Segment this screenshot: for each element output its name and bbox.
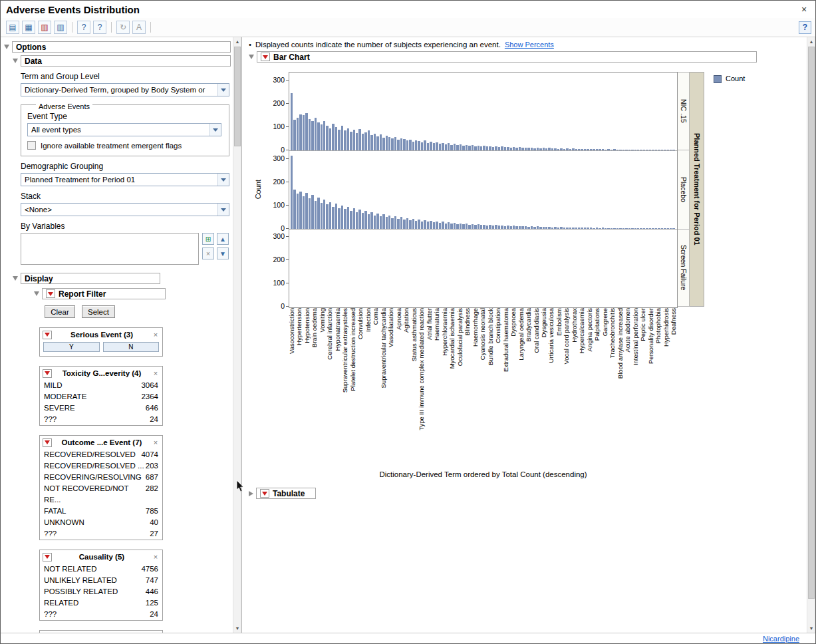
bar[interactable] [572, 148, 574, 150]
bar[interactable] [655, 228, 657, 229]
bar[interactable] [519, 147, 521, 150]
bar[interactable] [616, 150, 618, 150]
bar[interactable] [424, 140, 426, 150]
bar[interactable] [667, 228, 669, 229]
bar[interactable] [611, 150, 612, 150]
bar[interactable] [622, 228, 624, 229]
filter-item-row[interactable]: RELATED125 [40, 597, 162, 609]
data-header[interactable]: Data [21, 55, 231, 67]
display-header[interactable]: Display [21, 273, 160, 284]
stack-select[interactable]: <None> [21, 203, 229, 216]
bar[interactable] [643, 228, 645, 229]
data-table-icon[interactable]: ▥ [38, 21, 51, 34]
red-triangle-menu-icon[interactable] [260, 489, 269, 498]
plot-area[interactable] [289, 72, 678, 308]
bar[interactable] [386, 136, 388, 150]
bar[interactable] [489, 225, 491, 229]
remove-by-variable-button[interactable]: × [202, 247, 214, 259]
filter-item-row[interactable]: ???27 [40, 528, 162, 540]
bar[interactable] [303, 196, 305, 229]
bar[interactable] [309, 198, 311, 229]
bar[interactable] [297, 194, 299, 229]
bar[interactable] [448, 143, 450, 150]
scroll-down-icon[interactable]: ▼ [807, 624, 815, 633]
term-group-select[interactable]: Dictionary-Derived Term, grouped by Body… [21, 83, 229, 96]
bar[interactable] [619, 150, 621, 150]
bar[interactable] [305, 113, 307, 150]
bar[interactable] [628, 228, 630, 229]
bar[interactable] [344, 130, 346, 150]
bar[interactable] [560, 148, 562, 150]
scroll-up-icon[interactable]: ▲ [233, 37, 241, 46]
bar[interactable] [412, 142, 414, 150]
bar[interactable] [430, 142, 432, 150]
add-by-variable-button[interactable]: ⊞ [202, 233, 214, 245]
bar[interactable] [539, 227, 541, 229]
bar[interactable] [622, 150, 624, 150]
bar[interactable] [472, 224, 474, 229]
bar[interactable] [394, 216, 396, 229]
bar[interactable] [605, 228, 607, 229]
bar-chart-header[interactable]: Bar Chart [257, 51, 757, 63]
bar[interactable] [569, 149, 571, 150]
bar[interactable] [341, 126, 343, 150]
refresh-icon[interactable]: ↻ [116, 21, 130, 34]
chart-panel[interactable] [289, 151, 677, 230]
bar[interactable] [483, 146, 485, 150]
bar[interactable] [456, 145, 458, 150]
journal-icon[interactable]: ▦ [22, 21, 35, 34]
bar[interactable] [456, 224, 458, 229]
red-triangle-menu-icon[interactable] [261, 53, 270, 61]
bar[interactable] [521, 226, 523, 229]
bar[interactable] [625, 228, 627, 229]
text-annotate-icon[interactable]: A [132, 21, 146, 34]
move-up-button[interactable]: ▲ [217, 233, 229, 245]
bar[interactable] [368, 130, 370, 150]
bar[interactable] [350, 132, 352, 150]
bar[interactable] [370, 212, 372, 229]
by-variables-list[interactable] [21, 233, 199, 265]
bar[interactable] [382, 214, 384, 229]
bar[interactable] [409, 140, 411, 150]
bar[interactable] [368, 214, 370, 229]
bar[interactable] [584, 228, 586, 229]
bar[interactable] [335, 127, 337, 150]
bar[interactable] [643, 150, 645, 150]
bar[interactable] [299, 192, 301, 229]
bar[interactable] [563, 149, 565, 150]
filter-level-button[interactable]: Y [43, 342, 100, 352]
tabulate-header[interactable]: Tabulate [256, 488, 316, 499]
clear-button[interactable]: Clear [45, 305, 75, 318]
bar[interactable] [374, 216, 376, 229]
bar[interactable] [625, 150, 627, 150]
bar[interactable] [537, 226, 539, 229]
bar[interactable] [613, 228, 615, 229]
bar[interactable] [599, 149, 601, 150]
bar[interactable] [480, 225, 482, 229]
bar[interactable] [587, 149, 589, 150]
bar[interactable] [436, 222, 438, 229]
bar[interactable] [388, 216, 390, 229]
bar[interactable] [293, 190, 295, 229]
bar[interactable] [492, 147, 494, 150]
bar[interactable] [415, 221, 417, 229]
bar[interactable] [483, 225, 485, 229]
bar[interactable] [291, 93, 293, 150]
bar[interactable] [329, 202, 331, 229]
scrollbar-thumb[interactable] [234, 47, 241, 146]
scrollbar-thumb[interactable] [808, 47, 815, 599]
bar[interactable] [616, 228, 618, 229]
bar[interactable] [323, 200, 325, 229]
bar[interactable] [454, 144, 456, 150]
select-button[interactable]: Select [82, 305, 115, 318]
bar[interactable] [667, 150, 669, 150]
bar[interactable] [593, 228, 595, 229]
options-scrollbar[interactable]: ▲ ▼ [233, 37, 241, 633]
bar[interactable] [427, 222, 429, 229]
bar[interactable] [353, 130, 355, 150]
bar[interactable] [551, 228, 553, 229]
bar[interactable] [462, 224, 464, 229]
bar[interactable] [303, 115, 305, 150]
bar[interactable] [400, 217, 402, 229]
bar[interactable] [628, 150, 630, 150]
